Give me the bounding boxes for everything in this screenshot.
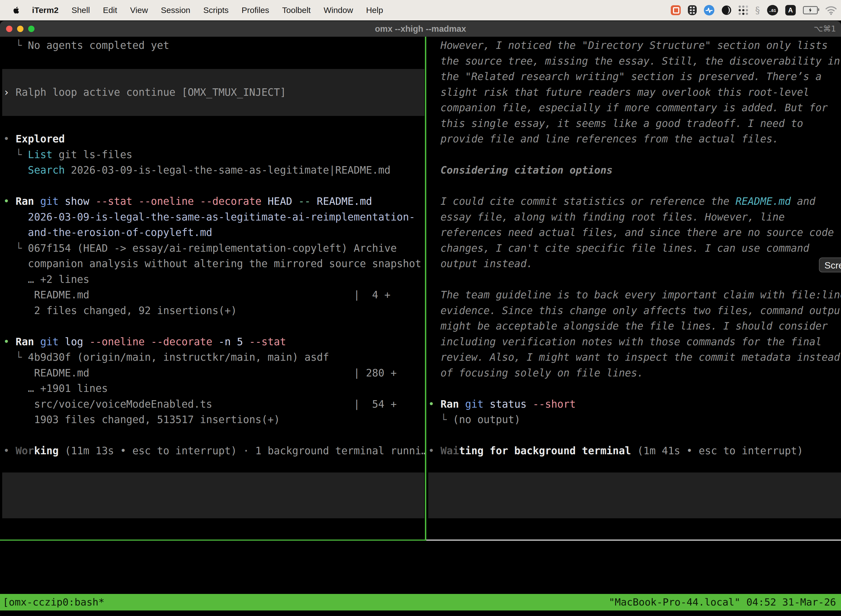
terminal-line: › Ralph loop active continue [OMX_TMUX_I… bbox=[3, 85, 286, 100]
terminal-line: • Ran git log --oneline --decorate -n 5 … bbox=[3, 334, 286, 350]
terminal-line: 2 files changed, 92 insertions(+) bbox=[3, 303, 237, 319]
terminal-line: • Explored bbox=[3, 131, 65, 147]
tmux-session-window[interactable]: [omx-cczip0:bash* bbox=[3, 594, 104, 610]
a-key-icon[interactable]: A bbox=[785, 5, 796, 15]
terminal-line: evidence. Since this change only affects… bbox=[428, 303, 841, 319]
terminal-line: Considering citation options bbox=[428, 163, 612, 178]
terminal-line: └ 067f154 (HEAD -> essay/ai-reimplementa… bbox=[3, 241, 397, 257]
section-icon[interactable]: § bbox=[755, 5, 760, 16]
shield-grid-icon[interactable] bbox=[688, 5, 697, 15]
terminal-pane-right[interactable]: However, I noticed the "Directory Struct… bbox=[428, 38, 841, 460]
terminal-line: provide file and line references from th… bbox=[428, 131, 779, 147]
terminal-line: companion file, especially if more comme… bbox=[428, 100, 828, 116]
terminal-line: references need actual files, and since … bbox=[428, 225, 834, 241]
chat-app-icon[interactable] bbox=[671, 5, 681, 15]
menu-item-toolbelt[interactable]: Toolbelt bbox=[282, 6, 311, 15]
pane-divider[interactable] bbox=[425, 37, 426, 540]
terminal-line: including verification notes with those … bbox=[428, 334, 822, 350]
menu-item-profiles[interactable]: Profiles bbox=[242, 6, 269, 15]
menu-item-edit[interactable]: Edit bbox=[103, 6, 117, 15]
window-titlebar[interactable]: omx --xhigh --madmax ⌥⌘1 bbox=[0, 21, 841, 37]
terminal-line: The team guideline is to back every impo… bbox=[428, 287, 841, 303]
right-prompt-input[interactable] bbox=[428, 472, 841, 518]
terminal-line: └ (no output) bbox=[428, 412, 520, 428]
terminal-line: • Waiting for background terminal (1m 41… bbox=[428, 443, 803, 459]
terminal-line: • Working (11m 13s • esc to interrupt) ·… bbox=[3, 443, 425, 459]
inactive-pane-border bbox=[426, 540, 841, 541]
pulse-circle-icon[interactable] bbox=[704, 5, 714, 15]
menu-item-scripts[interactable]: Scripts bbox=[203, 6, 229, 15]
terminal-line: review. Also, I might want to inspect th… bbox=[428, 350, 840, 365]
terminal-line: this single essay, it seems like a good … bbox=[428, 116, 803, 132]
left-prompt-input[interactable] bbox=[2, 472, 424, 518]
terminal-line: README.md | 4 + bbox=[3, 287, 390, 303]
battery-charging-icon[interactable] bbox=[803, 6, 818, 14]
terminal-line: src/voice/voiceModeEnabled.ts | 54 + bbox=[3, 397, 397, 412]
terminal-line: 2026-03-09-is-legal-the-same-as-legitima… bbox=[3, 210, 415, 225]
menu-item-view[interactable]: View bbox=[130, 6, 148, 15]
terminal-line: slight risk that future readers may over… bbox=[428, 85, 809, 100]
window-title: omx --xhigh --madmax bbox=[0, 21, 841, 37]
macos-menu-bar: iTerm2ShellEditViewSessionScriptsProfile… bbox=[0, 0, 841, 21]
terminal-line: companion analysis without altering the … bbox=[3, 256, 421, 272]
menu-item-iterm2[interactable]: iTerm2 bbox=[32, 6, 59, 15]
terminal-line: I could cite commit statistics or refere… bbox=[428, 194, 815, 210]
app-grid-icon[interactable] bbox=[738, 6, 748, 15]
menu-item-window[interactable]: Window bbox=[324, 6, 353, 15]
terminal-line: • Ran git status --short bbox=[428, 397, 576, 412]
tmux-host-clock: "MacBook-Pro-44.local" 04:52 31-Mar-26 bbox=[609, 594, 836, 610]
screen-tooltip: Scre bbox=[819, 258, 841, 273]
terminal-line: output instead. bbox=[428, 256, 533, 272]
terminal-line: the "Related research writing" section i… bbox=[428, 69, 822, 85]
terminal-line: … +1901 lines bbox=[3, 381, 108, 397]
terminal-line: of focusing solely on file lines. bbox=[428, 365, 643, 381]
apple-menu-icon[interactable] bbox=[12, 5, 22, 16]
terminal-line: and-the-erosion-of-copyleft.md bbox=[3, 225, 212, 241]
terminal-line: However, I noticed the "Directory Struct… bbox=[428, 38, 828, 54]
terminal-line: changes, I can't cite specific file line… bbox=[428, 241, 809, 257]
terminal-line: 1903 files changed, 513517 insertions(+) bbox=[3, 412, 280, 428]
terminal-line: • Ran git show --stat --oneline --decora… bbox=[3, 194, 372, 210]
terminal-line: └ List git ls-files bbox=[3, 147, 132, 163]
terminal-line: essay file, along with finding root file… bbox=[428, 210, 785, 225]
wifi-icon[interactable] bbox=[825, 6, 837, 15]
terminal-line: └ No agents completed yet bbox=[3, 38, 169, 54]
terminal-line: the source tree, missing the essay. Stil… bbox=[428, 54, 840, 69]
badge-61-icon[interactable]: ..61 bbox=[767, 5, 778, 15]
terminal-line: might be acceptable alongside the file l… bbox=[428, 318, 828, 334]
terminal-line: └ 4b9d30f (origin/main, instructkr/main,… bbox=[3, 350, 329, 365]
terminal-line: … +2 lines bbox=[3, 272, 89, 287]
window-shortcut-badge: ⌥⌘1 bbox=[814, 21, 836, 37]
active-pane-border bbox=[0, 540, 426, 541]
terminal-line: README.md | 280 + bbox=[3, 365, 397, 381]
menu-item-session[interactable]: Session bbox=[161, 6, 190, 15]
menu-items: iTerm2ShellEditViewSessionScriptsProfile… bbox=[32, 6, 396, 15]
terminal-line: Search 2026-03-09-is-legal-the-same-as-l… bbox=[3, 163, 390, 178]
tmux-status-bar: [omx-cczip0:bash* "MacBook-Pro-44.local"… bbox=[0, 594, 841, 610]
menu-item-shell[interactable]: Shell bbox=[72, 6, 90, 15]
terminal-pane-left[interactable]: └ No agents completed yet› Ralph loop ac… bbox=[3, 38, 425, 460]
menu-status-icons: § ..61 A bbox=[671, 0, 837, 21]
moon-circle-icon[interactable] bbox=[722, 5, 731, 15]
menu-item-help[interactable]: Help bbox=[366, 6, 383, 15]
screen: iTerm2ShellEditViewSessionScriptsProfile… bbox=[0, 0, 841, 616]
iterm2-window: omx --xhigh --madmax ⌥⌘1 └ No agents com… bbox=[0, 21, 841, 616]
